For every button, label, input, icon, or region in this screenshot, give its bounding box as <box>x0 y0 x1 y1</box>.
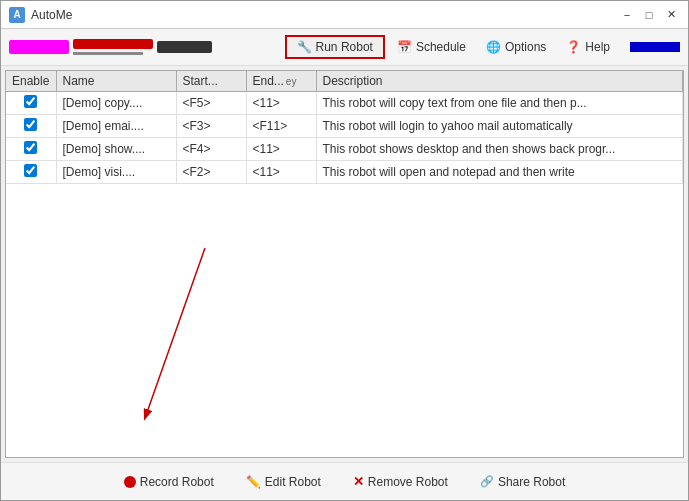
end-cell: <11> <box>246 161 316 184</box>
table-row: [Demo] emai....<F3><F11>This robot will … <box>6 115 683 138</box>
minimize-button[interactable]: − <box>618 6 636 24</box>
start-cell: <F5> <box>176 92 246 115</box>
name-cell: [Demo] show.... <box>56 138 176 161</box>
help-icon <box>566 40 581 54</box>
options-label: Options <box>505 40 546 54</box>
content-area: Enable Name Start... End...ey Descriptio… <box>1 66 688 462</box>
record-robot-label: Record Robot <box>140 475 214 489</box>
status-bar: Record Robot ✏️ Edit Robot ✕ Remove Robo… <box>1 462 688 500</box>
description-cell: This robot shows desktop and then shows … <box>316 138 683 161</box>
description-cell: This robot will login to yahoo mail auto… <box>316 115 683 138</box>
col-header-end: End...ey <box>246 71 316 92</box>
edit-robot-button[interactable]: ✏️ Edit Robot <box>240 471 327 493</box>
col-header-start: Start... <box>176 71 246 92</box>
title-bar: A AutoMe − □ ✕ <box>1 1 688 29</box>
share-robot-label: Share Robot <box>498 475 565 489</box>
help-label: Help <box>585 40 610 54</box>
col-header-enable: Enable <box>6 71 56 92</box>
table-row: [Demo] copy....<F5><11>This robot will c… <box>6 92 683 115</box>
col-header-name: Name <box>56 71 176 92</box>
edit-robot-label: Edit Robot <box>265 475 321 489</box>
robot-table-container: Enable Name Start... End...ey Descriptio… <box>5 70 684 458</box>
options-button[interactable]: Options <box>478 37 554 57</box>
name-cell: [Demo] visi.... <box>56 161 176 184</box>
record-icon <box>124 476 136 488</box>
end-cell: <F11> <box>246 115 316 138</box>
blue-block <box>630 42 680 52</box>
share-robot-button[interactable]: 🔗 Share Robot <box>474 471 571 493</box>
pencil-icon: ✏️ <box>246 475 261 489</box>
toolbar-right: Run Robot Schedule Options Help <box>285 35 680 59</box>
run-robot-wrapper: Run Robot <box>285 35 385 59</box>
run-robot-label: Run Robot <box>316 40 373 54</box>
end-cell: <11> <box>246 138 316 161</box>
table-row: [Demo] visi....<F2><11>This robot will o… <box>6 161 683 184</box>
name-cell: [Demo] copy.... <box>56 92 176 115</box>
enable-cell <box>6 161 56 184</box>
enable-checkbox[interactable] <box>24 95 37 108</box>
enable-cell <box>6 92 56 115</box>
end-cell: <11> <box>246 92 316 115</box>
enable-checkbox[interactable] <box>24 141 37 154</box>
table-body: [Demo] copy....<F5><11>This robot will c… <box>6 92 683 184</box>
red-block <box>73 39 153 49</box>
gray-line <box>73 52 143 55</box>
table-header-row: Enable Name Start... End...ey Descriptio… <box>6 71 683 92</box>
enable-cell <box>6 115 56 138</box>
remove-robot-label: Remove Robot <box>368 475 448 489</box>
start-cell: <F3> <box>176 115 246 138</box>
robot-table: Enable Name Start... End...ey Descriptio… <box>6 71 683 184</box>
start-cell: <F2> <box>176 161 246 184</box>
calendar-icon <box>397 40 412 54</box>
main-window: A AutoMe − □ ✕ Run Robot <box>0 0 689 501</box>
share-icon: 🔗 <box>480 475 494 488</box>
remove-robot-button[interactable]: ✕ Remove Robot <box>347 470 454 493</box>
table-row: [Demo] show....<F4><11>This robot shows … <box>6 138 683 161</box>
window-title: AutoMe <box>31 8 618 22</box>
col-header-description: Description <box>316 71 683 92</box>
enable-checkbox[interactable] <box>24 164 37 177</box>
description-cell: This robot will open and notepad and the… <box>316 161 683 184</box>
maximize-button[interactable]: □ <box>640 6 658 24</box>
app-icon: A <box>9 7 25 23</box>
wrench-icon <box>297 40 312 54</box>
x-icon: ✕ <box>353 474 364 489</box>
pink-block <box>9 40 69 54</box>
name-cell: [Demo] emai.... <box>56 115 176 138</box>
schedule-label: Schedule <box>416 40 466 54</box>
help-button[interactable]: Help <box>558 37 618 57</box>
schedule-button[interactable]: Schedule <box>389 37 474 57</box>
window-controls: − □ ✕ <box>618 6 680 24</box>
dark-block <box>157 41 212 53</box>
close-button[interactable]: ✕ <box>662 6 680 24</box>
start-cell: <F4> <box>176 138 246 161</box>
toolbar-decorative-left <box>9 39 212 55</box>
record-robot-button[interactable]: Record Robot <box>118 471 220 493</box>
toolbar: Run Robot Schedule Options Help <box>1 29 688 66</box>
enable-checkbox[interactable] <box>24 118 37 131</box>
run-robot-button[interactable]: Run Robot <box>285 35 385 59</box>
enable-cell <box>6 138 56 161</box>
globe-icon <box>486 40 501 54</box>
description-cell: This robot will copy text from one file … <box>316 92 683 115</box>
